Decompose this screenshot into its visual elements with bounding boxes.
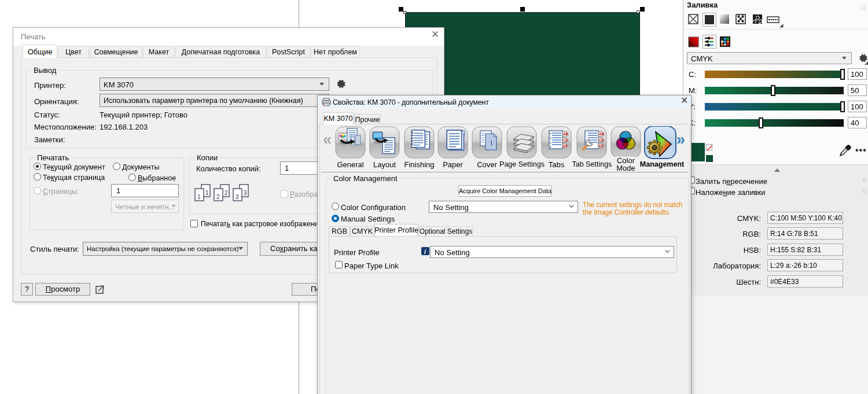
svg-text:1: 1 xyxy=(490,138,494,147)
svg-text:AB: AB xyxy=(599,132,605,136)
svg-text:1: 1 xyxy=(197,194,201,200)
svg-text:CD: CD xyxy=(563,138,569,142)
svg-text:3: 3 xyxy=(244,190,247,196)
svg-text:AB: AB xyxy=(563,132,569,136)
svg-text:2: 2 xyxy=(216,194,220,200)
svg-text:1: 1 xyxy=(205,190,209,196)
svg-text:CD: CD xyxy=(599,138,605,142)
svg-text:2: 2 xyxy=(225,190,228,196)
svg-text:3: 3 xyxy=(236,194,239,200)
svg-text:EF: EF xyxy=(563,144,568,148)
svg-text:EF: EF xyxy=(599,144,604,148)
